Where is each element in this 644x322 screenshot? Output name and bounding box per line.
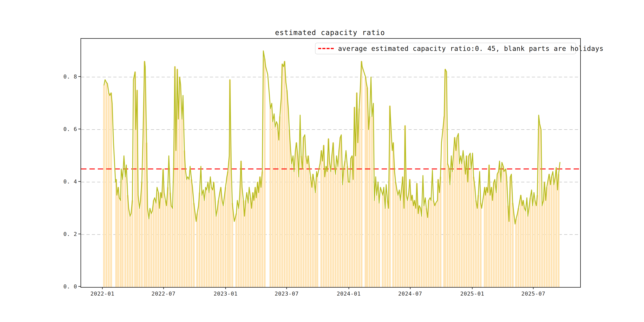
capacity-bar	[432, 200, 434, 287]
capacity-bar	[449, 185, 451, 287]
capacity-bar	[307, 156, 309, 287]
capacity-bar	[122, 180, 124, 287]
capacity-bar	[502, 166, 504, 287]
capacity-bar	[190, 180, 192, 287]
capacity-bar	[484, 187, 486, 287]
capacity-bar	[314, 192, 316, 287]
capacity-bar	[411, 195, 413, 287]
capacity-bar	[346, 166, 348, 287]
capacity-bar	[456, 137, 458, 287]
capacity-bar	[316, 177, 318, 287]
capacity-bar	[365, 77, 366, 287]
capacity-bar	[539, 124, 541, 287]
capacity-bar	[371, 116, 373, 287]
capacity-bar	[193, 203, 194, 287]
x-tick-label: 2023-07	[275, 290, 299, 297]
capacity-bar	[129, 216, 131, 287]
capacity-bar	[279, 116, 281, 287]
capacity-bar	[500, 182, 502, 287]
capacity-bar	[532, 206, 534, 287]
capacity-bar	[270, 108, 271, 287]
capacity-bar	[312, 174, 314, 287]
capacity-bar	[222, 206, 224, 287]
capacity-bar	[414, 200, 416, 287]
capacity-bar	[473, 177, 474, 287]
capacity-bar	[184, 150, 185, 287]
capacity-bar	[215, 216, 217, 287]
capacity-bar	[164, 200, 166, 287]
capacity-bar	[186, 180, 188, 287]
capacity-bar	[169, 192, 171, 287]
capacity-bar	[548, 174, 550, 287]
capacity-bar	[553, 185, 555, 287]
y-tick-mark	[78, 234, 80, 234]
capacity-bar	[167, 187, 169, 287]
y-tick-mark	[78, 128, 80, 129]
capacity-bar	[518, 208, 519, 287]
x-tick-mark	[163, 287, 164, 289]
capacity-bar	[286, 90, 288, 287]
y-tick-mark	[78, 286, 80, 287]
capacity-bar	[188, 180, 190, 287]
capacity-bar	[150, 214, 152, 287]
x-tick-mark	[102, 287, 103, 289]
capacity-bar	[480, 203, 482, 287]
x-tick-label: 2022-01	[90, 290, 114, 297]
capacity-bar	[262, 172, 263, 287]
capacity-bar	[493, 182, 495, 287]
capacity-bar	[259, 177, 261, 287]
capacity-bar	[344, 161, 346, 287]
capacity-bar	[522, 200, 524, 287]
capacity-bar	[238, 208, 240, 287]
capacity-bar	[425, 208, 427, 287]
capacity-bar	[376, 195, 378, 287]
y-tick-label: 0. 2	[0, 231, 77, 237]
capacity-bar	[423, 206, 425, 287]
capacity-bar	[334, 174, 336, 287]
capacity-bar	[452, 172, 453, 287]
x-tick-label: 2025-01	[460, 290, 484, 297]
capacity-bar	[463, 161, 465, 287]
y-tick-mark	[78, 76, 80, 77]
capacity-bar	[218, 200, 219, 287]
capacity-bar	[141, 182, 143, 287]
x-tick-mark	[226, 287, 226, 289]
capacity-bar	[395, 182, 396, 287]
capacity-bar	[132, 200, 133, 287]
y-tick-mark	[78, 181, 80, 182]
capacity-bar	[406, 200, 408, 287]
capacity-bar	[520, 195, 522, 287]
capacity-bar	[399, 200, 401, 287]
x-tick-label: 2023-01	[214, 290, 238, 297]
capacity-bar	[420, 216, 422, 287]
capacity-bar	[210, 187, 212, 287]
capacity-bar	[550, 177, 552, 287]
capacity-bar	[515, 219, 517, 287]
chart-title: estimated capacity ratio	[80, 28, 580, 36]
capacity-bar	[529, 198, 531, 287]
capacity-bar	[206, 190, 208, 287]
x-tick-mark	[410, 287, 410, 289]
capacity-bar	[360, 62, 362, 287]
capacity-bar	[490, 187, 492, 287]
capacity-bar	[284, 62, 286, 287]
capacity-bar	[534, 200, 536, 287]
capacity-bar	[108, 93, 110, 287]
capacity-bar	[181, 119, 183, 287]
capacity-bar	[386, 200, 388, 287]
capacity-bar	[254, 187, 256, 287]
capacity-bar	[213, 182, 215, 287]
capacity-bar	[148, 219, 150, 287]
capacity-bar	[201, 195, 203, 287]
capacity-bar	[224, 187, 226, 287]
capacity-bar	[172, 208, 173, 287]
capacity-bar	[486, 187, 488, 287]
capacity-bar	[264, 59, 266, 287]
capacity-bar	[495, 192, 497, 287]
capacity-bar	[272, 122, 274, 287]
capacity-bar	[235, 214, 237, 287]
capacity-bar	[558, 174, 560, 287]
capacity-bar	[300, 156, 302, 287]
capacity-bar	[512, 203, 514, 287]
x-tick-label: 2024-01	[337, 290, 361, 297]
